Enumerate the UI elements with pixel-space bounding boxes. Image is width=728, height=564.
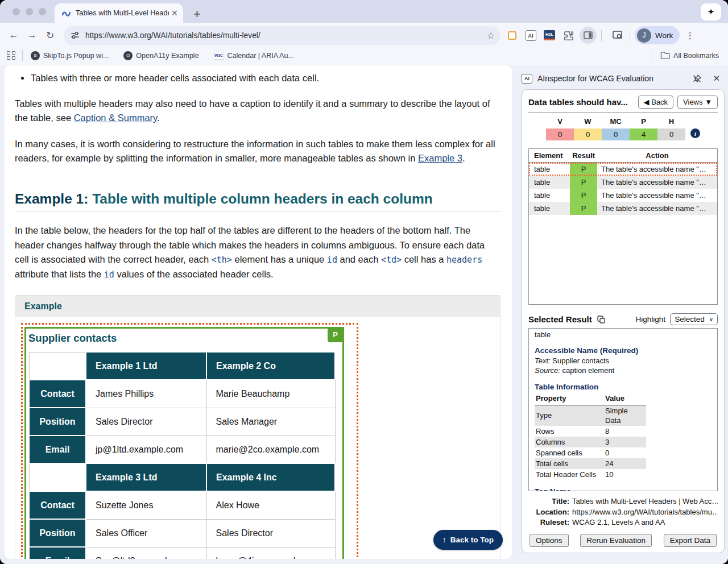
- accessible-name-heading: Accessible Name (Required): [535, 346, 712, 356]
- back-button[interactable]: ←: [5, 26, 23, 44]
- table-cell: Alex Howe: [206, 491, 335, 519]
- tune-icon[interactable]: [71, 31, 80, 40]
- table-row: Contact James Phillips Marie Beauchamp: [29, 380, 335, 408]
- results-header-element: Element: [529, 149, 570, 163]
- meta-location-value: https://www.w3.org/WAI/tutorials/tables/…: [572, 507, 718, 517]
- caption-summary-link[interactable]: Caption & Summary: [74, 113, 157, 123]
- window-controls[interactable]: [13, 8, 46, 15]
- paragraph-restructure: In many cases, it is worth considering t…: [15, 137, 500, 166]
- extension-h2l-button[interactable]: H2L: [542, 28, 557, 43]
- options-button[interactable]: Options: [530, 534, 569, 547]
- rerun-evaluation-button[interactable]: Rerun Evaluation: [580, 534, 652, 547]
- back-to-top-button[interactable]: ↑ Back to Top: [433, 530, 503, 550]
- evaluation-meta: Title:Tables with Multi-Level Headers | …: [528, 496, 718, 528]
- row-header: Position: [29, 519, 86, 547]
- row-header: Contact: [29, 380, 86, 408]
- selected-result-details: table Accessible Name (Required) Text: S…: [528, 328, 718, 491]
- inspector-pass-highlight: P Supplier contacts Example 1 Ltd Exampl…: [24, 327, 344, 559]
- bookmark-label: SkipTo.js Popup wi...: [43, 52, 109, 60]
- results-header-action: Action: [597, 149, 717, 163]
- table-row: Position Sales Officer Sales Director: [29, 519, 335, 547]
- selected-result-title: Selected Result: [528, 314, 592, 324]
- window-zoom-button[interactable]: [39, 8, 46, 15]
- meta-title-value: Tables with Multi-Level Headers | Web Ac…: [572, 496, 718, 507]
- result-row[interactable]: table P The table's accessible name "…: [529, 189, 717, 202]
- highlight-label: Highlight: [636, 315, 666, 324]
- apps-grid-icon[interactable]: [7, 51, 15, 60]
- bookmark-label: OpenA11y Example: [136, 52, 198, 60]
- info-icon[interactable]: i: [690, 128, 700, 138]
- bookmark-calendar-aria[interactable]: W3C Calendar | ARIA Au...: [214, 52, 294, 60]
- forward-button[interactable]: →: [23, 26, 41, 44]
- highlight-select[interactable]: Selected∨: [670, 313, 718, 325]
- table-cell: Sales Manager: [206, 408, 335, 436]
- bookmark-favicon: S: [31, 51, 40, 60]
- close-panel-icon[interactable]: ✕: [713, 73, 720, 84]
- bookmark-star-icon[interactable]: ☆: [487, 30, 495, 41]
- window-minimize-button[interactable]: [26, 8, 33, 15]
- result-row[interactable]: table P The table's accessible name "…: [529, 176, 717, 189]
- summary-header-h: H: [657, 117, 685, 128]
- browser-menu-button[interactable]: ⋮: [685, 30, 694, 41]
- paragraph-caption-summary: Tables with multiple headers may also ne…: [15, 97, 500, 126]
- row-header: Position: [29, 408, 86, 436]
- profile-chip[interactable]: J Work: [635, 26, 680, 44]
- back-view-button[interactable]: ◀ Back: [638, 96, 674, 109]
- table-row: Email Suz@ltd3.example.com howe@4inc.exa…: [29, 547, 335, 559]
- table-cell: jp@1ltd.example.com: [86, 436, 206, 463]
- unpin-icon[interactable]: [692, 74, 702, 84]
- pages-icon: [508, 31, 516, 40]
- code-th: <th>: [212, 255, 232, 265]
- reload-button[interactable]: ↻: [41, 26, 59, 44]
- table-cell: howe@4inc.example.com: [206, 547, 335, 559]
- list-item: Tables with three or more header cells a…: [31, 71, 500, 85]
- window-close-button[interactable]: [13, 8, 20, 15]
- table-row: Example 1 Ltd Example 2 Co: [29, 352, 335, 380]
- extensions-puzzle-button[interactable]: [561, 28, 576, 43]
- result-row-selected[interactable]: table P The table's accessible name "…: [529, 163, 717, 176]
- tag-name-heading: Tag Name: [535, 487, 712, 492]
- copy-icon[interactable]: [597, 315, 606, 324]
- example-header: Example: [15, 296, 500, 317]
- window-search-icon: [612, 30, 623, 41]
- supplier-contacts-table: Example 1 Ltd Example 2 Co Contact James…: [28, 351, 336, 559]
- export-data-button[interactable]: Export Data: [664, 534, 717, 547]
- sparkle-button[interactable]: ✦: [701, 3, 721, 20]
- extension-ai-button[interactable]: AI: [523, 28, 538, 43]
- code-id-2: id: [104, 269, 114, 280]
- row-header: Email: [29, 436, 86, 463]
- summary-count-violations: 0: [546, 128, 574, 140]
- bookmark-skipto[interactable]: S SkipTo.js Popup wi...: [31, 51, 109, 60]
- example-3-link[interactable]: Example 3: [418, 153, 462, 163]
- detail-tag-line: table: [535, 330, 712, 339]
- summary-header-mc: MC: [602, 117, 630, 128]
- bookmark-opena11y[interactable]: O OpenA11y Example: [123, 51, 198, 60]
- result-row[interactable]: table P The table's accessible name "…: [529, 202, 717, 215]
- table-row: Contact Suzette Jones Alex Howe: [29, 491, 335, 519]
- table-information-heading: Table Information: [535, 382, 712, 392]
- row-header: Email: [29, 547, 86, 559]
- all-bookmarks-button[interactable]: All Bookmarks: [660, 51, 719, 60]
- views-menu-button[interactable]: Views ▼: [677, 96, 718, 109]
- side-panel-title: AInspector for WCAG Evaluation: [537, 74, 681, 83]
- new-tab-button[interactable]: +: [193, 8, 201, 20]
- property-header: Property: [535, 393, 604, 405]
- divider: [528, 113, 718, 113]
- summary-count-manual-checks: 0: [602, 128, 630, 140]
- summary-count-hidden: 0: [657, 128, 685, 140]
- column-header: Example 1 Ltd: [86, 352, 206, 380]
- tab-close-icon[interactable]: ✕: [171, 9, 178, 18]
- table-row: Email jp@1ltd.example.com marie@2co.exam…: [29, 436, 335, 463]
- extension-pages-button[interactable]: [504, 28, 519, 43]
- side-panel-toggle-button[interactable]: [580, 27, 597, 44]
- accessible-name-source: Source: caption element: [535, 366, 712, 375]
- address-bar[interactable]: https://www.w3.org/WAI/tutorials/tables/…: [64, 26, 500, 45]
- browser-window: Tables with Multi-Level Headers ✕ + ✦ ← …: [0, 0, 728, 564]
- table-cell: Sales Director: [206, 519, 335, 547]
- bookmarks-separator: [652, 50, 652, 61]
- value-header: Value: [604, 393, 646, 405]
- column-header: Example 3 Ltd: [86, 463, 206, 491]
- table-row: Example 3 Ltd Example 4 Inc: [29, 463, 335, 491]
- browser-tab[interactable]: Tables with Multi-Level Headers ✕: [55, 3, 183, 23]
- panel-search-button[interactable]: [610, 28, 625, 43]
